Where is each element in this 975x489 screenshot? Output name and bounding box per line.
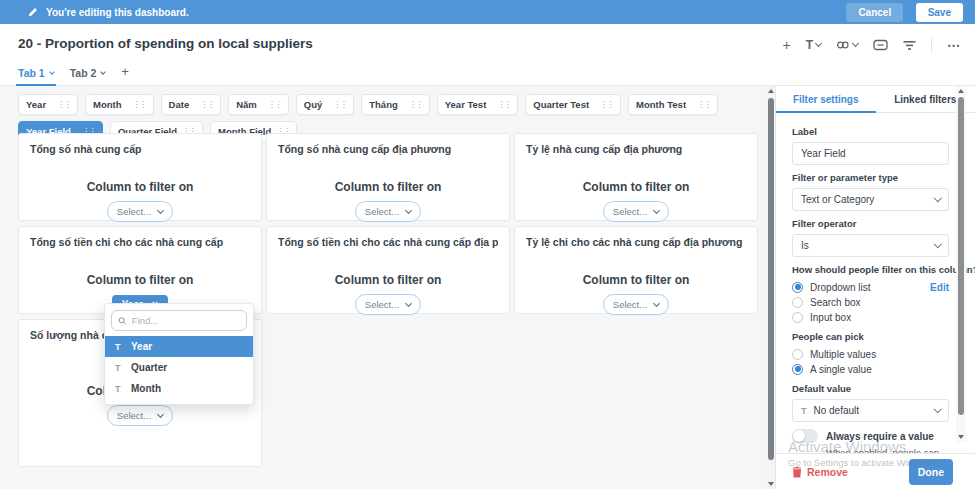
field-label: Filter or parameter type [792,172,949,183]
select-label: Select... [365,299,399,310]
dropdown-search[interactable] [111,310,247,331]
column-select-dropdown[interactable]: Select... [603,294,669,315]
column-select-dropdown[interactable]: Select... [603,201,669,222]
chevron-down-icon [100,69,106,75]
filter-pill-quy[interactable]: Quý⋮⋮ [296,94,354,115]
drag-handle-icon[interactable]: ⋮⋮ [333,101,346,109]
tab-2[interactable]: Tab 2 [70,67,106,85]
tab-1[interactable]: Tab 1 [18,67,54,85]
done-button[interactable]: Done [909,459,953,485]
dashboard-canvas: Year⋮⋮ Month⋮⋮ Date⋮⋮ Năm⋮⋮ Quý⋮⋮ Tháng⋮… [0,86,766,489]
drag-handle-icon[interactable]: ⋮⋮ [133,101,146,109]
cancel-button[interactable]: Cancel [846,3,903,22]
add-tab-button[interactable]: + [121,64,129,85]
pill-label: Quý [304,99,322,110]
button-widget-icon[interactable] [873,39,888,51]
widget-grid: Tổng số nhà cung cấp Column to filter on… [18,133,758,467]
remove-button[interactable]: Remove [792,466,848,478]
filter-pill-thang[interactable]: Tháng⋮⋮ [361,94,430,115]
radio-multiple-values[interactable]: Multiple values [792,348,949,360]
card-title: Tỷ lệ chi cho các nhà cung cấp địa phươn… [526,236,746,248]
page-title: 20 - Proportion of spending on local sup… [18,36,313,51]
require-value-toggle[interactable] [792,429,818,443]
chevron-down-icon [933,405,941,413]
chevron-down-icon [852,40,859,47]
radio-icon[interactable] [792,349,803,360]
pick-group: People can pick Multiple values A single… [792,331,949,375]
select-value: Text or Category [801,194,874,205]
panel-tabs: Filter settings Linked filters [776,86,975,113]
text-widget-icon[interactable]: T [806,38,821,52]
drag-handle-icon[interactable]: ⋮⋮ [409,101,422,109]
column-select-dropdown[interactable]: Select... [355,294,421,315]
link-icon [836,40,850,50]
radio-dropdown-list[interactable]: Dropdown listEdit [792,281,949,293]
radio-icon[interactable] [792,282,803,293]
select-label: Select... [117,206,151,217]
drag-handle-icon[interactable]: ⋮⋮ [497,101,510,109]
option-label: Quarter [131,362,167,373]
filter-pill-nam[interactable]: Năm⋮⋮ [228,94,289,115]
edit-link[interactable]: Edit [930,282,949,293]
scroll-down-arrow[interactable] [766,479,775,489]
radio-icon[interactable] [792,297,803,308]
scroll-up-arrow[interactable] [766,86,775,96]
filter-widget-icon[interactable] [903,40,916,51]
radio-icon[interactable] [792,364,803,375]
dropdown-search-input[interactable] [132,315,240,326]
scroll-up-arrow[interactable] [956,86,966,96]
editing-message: You're editing this dashboard. [46,7,189,18]
link-widget-icon[interactable] [836,40,858,50]
drag-handle-icon[interactable]: ⋮⋮ [697,101,710,109]
dropdown-option-year[interactable]: TYear [105,336,253,357]
filter-pill-year-test[interactable]: Year Test⋮⋮ [437,94,519,115]
dropdown-option-quarter[interactable]: TQuarter [105,357,253,378]
column-filter-prompt: Column to filter on [19,273,261,287]
drag-handle-icon[interactable]: ⋮⋮ [268,101,281,109]
label-input[interactable] [801,148,940,159]
scrollbar-thumb[interactable] [958,97,965,415]
radio-single-value[interactable]: A single value [792,363,949,375]
radio-input-box[interactable]: Input box [792,311,949,323]
add-widget-icon[interactable]: + [782,37,790,53]
require-value-row: Always require a value [792,429,949,443]
chevron-down-icon [49,69,55,75]
select-label: Select... [613,206,647,217]
filter-pill-quarter-test[interactable]: Quarter Test⋮⋮ [525,94,621,115]
chevron-down-icon [933,240,941,248]
save-button[interactable]: Save [916,3,963,22]
more-options-icon[interactable]: ⋯ [947,38,961,53]
text-type-icon: T [115,363,123,373]
field-label: How should people filter on this column? [792,264,949,275]
column-filter-prompt: Column to filter on [515,273,757,287]
filter-pill-month-test[interactable]: Month Test⋮⋮ [628,94,718,115]
scrollbar-thumb[interactable] [768,98,774,460]
type-select[interactable]: Text or Category [792,188,949,211]
column-select-dropdown[interactable]: Select... [107,201,173,222]
drag-handle-icon[interactable]: ⋮⋮ [600,101,613,109]
dashboard-tabs: Tab 1 Tab 2 + [18,63,129,85]
filter-pill-month[interactable]: Month⋮⋮ [85,94,154,115]
panel-scrollbar[interactable] [956,86,966,442]
remove-label: Remove [807,466,848,478]
column-select-dropdown[interactable]: Select... [355,201,421,222]
card-title: Tổng số tiền chi cho các nhà cung cấp đị… [278,236,498,248]
scroll-down-arrow[interactable] [956,432,966,442]
option-label: Month [131,383,161,394]
radio-label: Multiple values [810,349,876,360]
tab-filter-settings[interactable]: Filter settings [776,86,876,112]
operator-select[interactable]: Is [792,234,949,257]
radio-search-box[interactable]: Search box [792,296,949,308]
drag-handle-icon[interactable]: ⋮⋮ [200,101,213,109]
filter-pill-year[interactable]: Year⋮⋮ [18,94,78,115]
column-filter-prompt: Column to filter on [267,180,509,194]
select-value: Is [801,240,809,251]
column-select-dropdown[interactable]: Select... [107,405,173,426]
radio-icon[interactable] [792,312,803,323]
filter-pill-date[interactable]: Date⋮⋮ [161,94,222,115]
default-value-select[interactable]: TNo default [792,399,949,422]
dropdown-option-month[interactable]: TMonth [105,378,253,399]
canvas-scrollbar[interactable] [766,86,775,489]
drag-handle-icon[interactable]: ⋮⋮ [57,101,70,109]
field-label: Filter operator [792,218,949,229]
